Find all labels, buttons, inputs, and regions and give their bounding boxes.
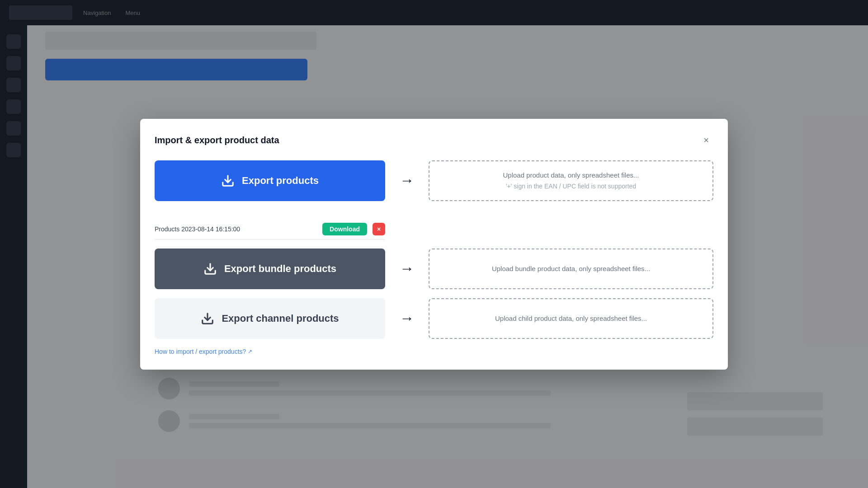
- help-link[interactable]: How to import / export products? ↗: [155, 348, 713, 355]
- help-link-text: How to import / export products?: [155, 348, 246, 355]
- upload-products-text-1: Upload product data, only spreadsheet fi…: [503, 171, 639, 179]
- modal-title: Import & export product data: [155, 135, 279, 145]
- modal-dialog: Import & export product data × Export pr…: [140, 119, 728, 370]
- download-bundle-icon: [203, 262, 217, 276]
- download-row: Products 2023-08-14 16:15:00 Download ×: [155, 219, 385, 239]
- export-channel-label: Export channel products: [222, 313, 339, 324]
- download-button[interactable]: Download: [322, 223, 367, 235]
- export-products-row: Export products → Upload product data, o…: [155, 160, 713, 201]
- download-filename: Products 2023-08-14 16:15:00: [155, 225, 317, 233]
- export-channel-button[interactable]: Export channel products: [155, 298, 385, 339]
- export-bundle-section: Export bundle products → Upload bundle p…: [155, 249, 713, 289]
- upload-channel-area[interactable]: Upload child product data, only spreadsh…: [429, 298, 713, 339]
- export-channel-section: Export channel products → Upload child p…: [155, 298, 713, 339]
- download-icon: [221, 174, 235, 188]
- upload-products-area[interactable]: Upload product data, only spreadsheet fi…: [429, 160, 713, 201]
- export-bundle-button[interactable]: Export bundle products: [155, 249, 385, 289]
- modal-header: Import & export product data ×: [155, 133, 713, 148]
- arrow-3: →: [400, 310, 414, 327]
- export-products-section: Export products → Upload product data, o…: [155, 160, 713, 239]
- arrow-2: →: [400, 260, 414, 277]
- upload-products-text-2: '+' sign in the EAN / UPC field is not s…: [506, 183, 636, 190]
- export-products-button[interactable]: Export products: [155, 160, 385, 201]
- upload-channel-text: Upload child product data, only spreadsh…: [495, 314, 647, 322]
- modal-overlay: Import & export product data × Export pr…: [0, 0, 868, 488]
- delete-export-button[interactable]: ×: [373, 223, 385, 235]
- external-link-icon: ↗: [248, 348, 252, 355]
- upload-bundle-text: Upload bundle product data, only spreads…: [492, 265, 650, 272]
- modal-close-button[interactable]: ×: [699, 133, 713, 148]
- export-products-label: Export products: [242, 175, 319, 187]
- download-channel-icon: [201, 312, 214, 325]
- export-bundle-label: Export bundle products: [224, 263, 336, 275]
- upload-bundle-area[interactable]: Upload bundle product data, only spreads…: [429, 249, 713, 289]
- arrow-1: →: [400, 172, 414, 189]
